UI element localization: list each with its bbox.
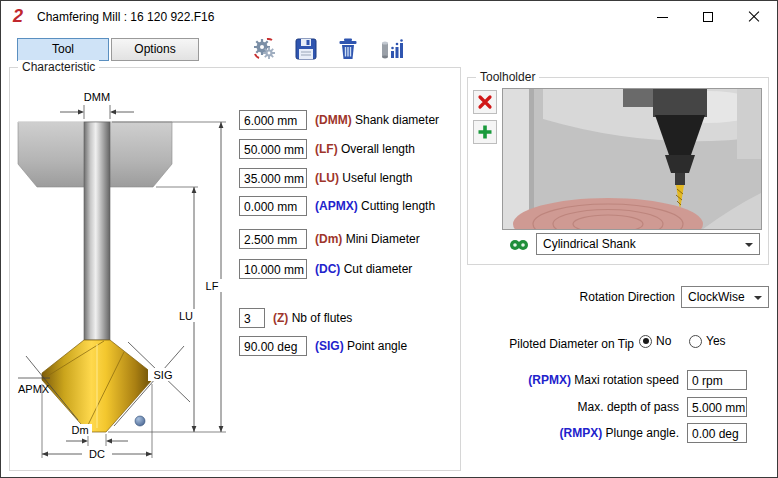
field-row-cutting-length: 0.000 mm (APMX) Cutting length: [239, 196, 435, 216]
characteristic-group-label: Characteristic: [18, 60, 99, 74]
dim-label-lf: LF: [206, 280, 219, 292]
piloted-yes-radio[interactable]: Yes: [689, 334, 726, 348]
close-icon: [748, 11, 760, 23]
maximize-button[interactable]: [685, 1, 731, 33]
radio-no-label: No: [656, 334, 671, 348]
mini-diameter-input[interactable]: 2.500 mm: [239, 229, 307, 249]
close-button[interactable]: [731, 1, 777, 33]
shank-type-icon: [508, 235, 530, 255]
toolholder-group: Toolholder: [467, 77, 769, 265]
shank-diameter-input[interactable]: 6.000 mm: [239, 110, 307, 130]
minimize-button[interactable]: [639, 1, 685, 33]
field-row-mini-diameter: 2.500 mm (Dm) Mini Diameter: [239, 229, 420, 249]
field-label: (DC) Cut diameter: [315, 262, 412, 276]
maxi-rotation-speed-label: (RPMX) Maxi rotation speed: [401, 373, 679, 387]
app-logo-icon: 2: [13, 6, 23, 27]
shank-type-select[interactable]: Cylindrical Shank: [536, 233, 760, 255]
dim-label-dm: Dm: [71, 424, 88, 436]
nb-flutes-input[interactable]: 3: [239, 308, 265, 328]
field-label: (LU) Useful length: [315, 171, 412, 185]
add-holder-button[interactable]: [473, 120, 497, 144]
dim-label-dc: DC: [89, 448, 105, 460]
tool-diagram: DMM LF: [16, 84, 241, 466]
characteristic-group: Characteristic: [9, 67, 461, 471]
radio-yes-label: Yes: [706, 334, 726, 348]
point-angle-input[interactable]: 90.00 deg: [239, 336, 307, 356]
useful-length-input[interactable]: 35.000 mm: [239, 168, 307, 188]
save-icon: [294, 37, 318, 61]
radio-unselected-icon: [689, 335, 702, 348]
maximize-icon: [703, 12, 713, 22]
red-x-icon: [477, 94, 493, 110]
field-label: (APMX) Cutting length: [315, 199, 435, 213]
dialog-window: 2 Chamfering Mill : 16 120 922.F16 Tool …: [0, 0, 778, 478]
field-label: (LF) Overall length: [315, 142, 415, 156]
tool-tip-point: [135, 416, 145, 426]
options-tab-button[interactable]: Options: [111, 38, 199, 61]
analysis-icon: [380, 37, 404, 61]
overall-length-input[interactable]: 50.000 mm: [239, 139, 307, 159]
tool-tab-button[interactable]: Tool: [17, 38, 109, 61]
radio-selected-icon: [639, 335, 652, 348]
delete-holder-button[interactable]: [473, 90, 497, 114]
analysis-button[interactable]: [379, 36, 405, 62]
rotation-direction-select[interactable]: ClockWise: [681, 286, 769, 308]
titlebar: 2 Chamfering Mill : 16 120 922.F16: [1, 1, 777, 33]
minimize-icon: [657, 17, 668, 18]
trash-icon: [336, 37, 360, 61]
field-row-shank-diameter: 6.000 mm (DMM) Shank diameter: [239, 110, 439, 130]
chevron-down-icon: [754, 296, 762, 304]
max-depth-of-pass-label: Max. depth of pass: [401, 400, 679, 414]
field-label: (Dm) Mini Diameter: [315, 232, 420, 246]
field-label: (DMM) Shank diameter: [315, 113, 439, 127]
plunge-angle-label: (RMPX) Plunge angle.: [401, 426, 679, 440]
toolholder-3d-render: [503, 89, 761, 229]
gears-settings-button[interactable]: [251, 36, 277, 62]
field-row-nb-flutes: 3 (Z) Nb of flutes: [239, 308, 352, 328]
cutting-length-input[interactable]: 0.000 mm: [239, 196, 307, 216]
toolholder-preview: [502, 88, 762, 230]
maxi-rotation-speed-input[interactable]: 0 rpm: [687, 370, 747, 390]
max-depth-of-pass-input[interactable]: 5.000 mm: [687, 397, 747, 417]
piloted-diameter-label: Piloted Diameter on Tip: [381, 337, 634, 351]
dim-label-apmx: APMX: [18, 383, 50, 395]
dim-label-sig: SIG: [154, 369, 173, 381]
field-row-useful-length: 35.000 mm (LU) Useful length: [239, 168, 412, 188]
chevron-down-icon: [745, 243, 753, 251]
cut-diameter-input[interactable]: 10.000 mm: [239, 259, 307, 279]
green-plus-icon: [477, 124, 493, 140]
dim-label-dmm: DMM: [84, 91, 110, 103]
window-title: Chamfering Mill : 16 120 922.F16: [37, 10, 214, 24]
piloted-no-radio[interactable]: No: [639, 334, 671, 348]
field-row-overall-length: 50.000 mm (LF) Overall length: [239, 139, 415, 159]
rotation-direction-label: Rotation Direction: [431, 290, 675, 304]
field-row-cut-diameter: 10.000 mm (DC) Cut diameter: [239, 259, 412, 279]
plunge-angle-input[interactable]: 0.00 deg: [687, 423, 747, 443]
save-button[interactable]: [293, 36, 319, 62]
delete-button[interactable]: [335, 36, 361, 62]
dim-label-lu: LU: [179, 310, 193, 322]
gears-settings-icon: [252, 37, 276, 61]
toolholder-group-label: Toolholder: [476, 70, 539, 84]
field-label: (Z) Nb of flutes: [273, 311, 352, 325]
